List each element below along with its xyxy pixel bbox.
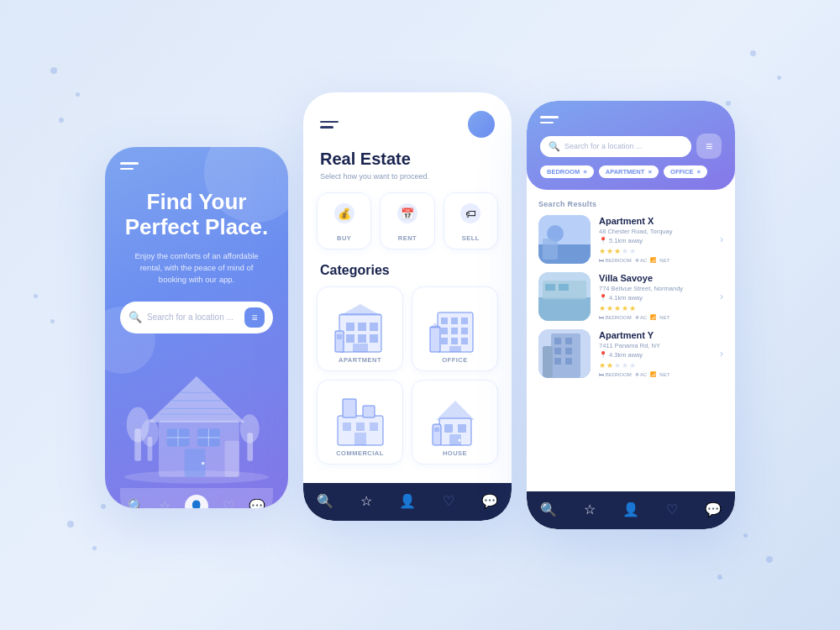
filter-bedroom-close[interactable]: ×	[583, 168, 587, 176]
nav-heart-1[interactable]: ♡	[223, 498, 234, 508]
svg-rect-32	[370, 323, 378, 331]
tag-net-3: NET	[659, 372, 669, 377]
svg-rect-55	[363, 406, 375, 417]
svg-rect-35	[370, 334, 378, 343]
tag-wifi-3: 📶	[650, 371, 656, 377]
svg-rect-84	[565, 358, 572, 365]
svg-marker-37	[339, 304, 381, 316]
svg-rect-73	[538, 297, 591, 321]
cat-apartment[interactable]: APARTMENT	[317, 286, 403, 371]
nav-favorites-1[interactable]: ☆	[159, 498, 171, 508]
search-icon-3: 🔍	[549, 141, 560, 152]
tag-wifi-2: 📶	[650, 314, 656, 320]
svg-rect-36	[353, 344, 368, 352]
nav-search-1[interactable]: 🔍	[128, 498, 144, 508]
cat-commercial[interactable]: COMMERCIAL	[317, 380, 403, 465]
star-2: ★	[606, 304, 613, 312]
filter-office-close[interactable]: ×	[697, 168, 701, 176]
bottom-nav-2: 🔍 ☆ 👤 ♡ 💬	[303, 483, 512, 521]
nav-profile-2[interactable]: 👤	[399, 493, 416, 509]
tag-bed-2: 🛏 BEDROOM	[599, 315, 632, 320]
result-arrow-2[interactable]: ›	[720, 291, 723, 302]
filter-bedroom[interactable]: BEDROOM ×	[540, 165, 594, 178]
svg-rect-59	[354, 433, 366, 445]
buy-label: BUY	[337, 234, 351, 242]
profile-avatar[interactable]	[468, 111, 495, 138]
svg-text:💰: 💰	[338, 207, 352, 221]
star-3: ★	[614, 361, 621, 370]
search-results-body: Search Results Apartment X 48 Chester Ro…	[527, 190, 735, 491]
hamburger-menu[interactable]	[120, 162, 139, 170]
nav-favorites-2[interactable]: ☆	[360, 493, 372, 509]
svg-rect-57	[356, 423, 365, 431]
result-arrow-3[interactable]: ›	[720, 348, 723, 360]
nav-chat-3[interactable]: 💬	[705, 501, 722, 517]
svg-rect-71	[543, 239, 558, 260]
result-apartment-y[interactable]: Apartment Y 7411 Panama Rd, NY 📍 4.3km a…	[538, 329, 723, 378]
nav-heart-3[interactable]: ♡	[666, 501, 678, 517]
villa-savoye-stars: ★ ★ ★ ★ ★	[599, 304, 723, 312]
villa-savoye-addr: 774 Bellvue Street, Normandy	[599, 285, 723, 292]
filter-office[interactable]: OFFICE ×	[664, 165, 707, 178]
svg-point-4	[141, 418, 159, 446]
svg-rect-46	[461, 328, 468, 334]
search-bar-3[interactable]: 🔍 Search for a location ...	[540, 136, 691, 157]
menu-line-2	[320, 126, 333, 129]
apartment-x-image	[538, 215, 591, 264]
result-villa-savoye[interactable]: Villa Savoye 774 Bellvue Street, Normand…	[538, 272, 723, 321]
svg-rect-30	[346, 323, 354, 331]
nav-profile-3[interactable]: 👤	[622, 501, 639, 517]
star-2: ★	[606, 361, 613, 370]
nav-search-2[interactable]: 🔍	[317, 493, 333, 509]
svg-rect-76	[559, 284, 569, 291]
bottom-nav-3: 🔍 ☆ 👤 ♡ 💬	[527, 491, 735, 529]
phone-2: Real Estate Select how you want to proce…	[303, 92, 512, 521]
filter-button-1[interactable]: ≡	[244, 307, 265, 328]
filter-apartment[interactable]: APARTMENT ×	[599, 165, 659, 178]
star-5: ★	[629, 304, 636, 312]
svg-point-20	[202, 461, 205, 465]
nav-chat-2[interactable]: 💬	[481, 493, 498, 509]
svg-rect-83	[554, 358, 561, 365]
menu-line-1	[120, 162, 139, 165]
svg-rect-38	[335, 331, 344, 352]
phone-1: Find YourPerfect Place. Enjoy the comfor…	[105, 147, 288, 508]
result-apartment-x[interactable]: Apartment X 48 Chester Road, Torquay 📍 5…	[538, 215, 723, 264]
cat-office[interactable]: OFFICE	[412, 286, 498, 371]
svg-rect-81	[554, 348, 561, 354]
star-5: ★	[629, 247, 636, 255]
result-arrow-1[interactable]: ›	[720, 234, 723, 245]
nav-search-3[interactable]: 🔍	[540, 501, 557, 517]
svg-rect-62	[444, 424, 453, 433]
svg-rect-21	[225, 440, 239, 476]
cat-house[interactable]: HOUSE	[412, 380, 498, 465]
house-label: HOUSE	[443, 449, 467, 457]
villa-savoye-name: Villa Savoye	[599, 273, 723, 283]
svg-rect-85	[543, 346, 553, 378]
apartment-x-info: Apartment X 48 Chester Road, Torquay 📍 5…	[599, 216, 723, 263]
type-sell[interactable]: 🏷 SELL	[444, 192, 498, 249]
apartment-y-name: Apartment Y	[599, 330, 723, 340]
svg-rect-49	[461, 338, 468, 344]
type-rent[interactable]: 📅 RENT	[380, 192, 434, 249]
filter-button-3[interactable]: ≡	[696, 134, 722, 159]
svg-rect-34	[358, 334, 366, 343]
pin-icon-2: 📍	[599, 294, 607, 302]
filter-apartment-close[interactable]: ×	[648, 168, 652, 176]
hamburger-menu-2[interactable]	[320, 121, 339, 129]
star-4: ★	[622, 304, 628, 312]
hamburger-menu-3[interactable]	[540, 116, 559, 123]
sell-icon: 🏷	[459, 202, 482, 230]
svg-rect-66	[433, 424, 441, 445]
svg-text:🏷: 🏷	[465, 207, 476, 220]
star-1: ★	[599, 304, 606, 312]
tag-net-2: NET	[659, 315, 669, 320]
tag-bed-1: 🛏 BEDROOM	[599, 258, 632, 263]
star-4: ★	[622, 361, 628, 370]
nav-heart-2[interactable]: ♡	[443, 493, 454, 509]
nav-profile-1[interactable]: 👤	[185, 495, 208, 508]
phone2-subtitle: Select how you want to proceed.	[303, 172, 512, 192]
nav-chat-1[interactable]: 💬	[249, 498, 265, 508]
nav-favorites-3[interactable]: ☆	[584, 501, 596, 517]
type-buy[interactable]: 💰 BUY	[317, 192, 371, 249]
